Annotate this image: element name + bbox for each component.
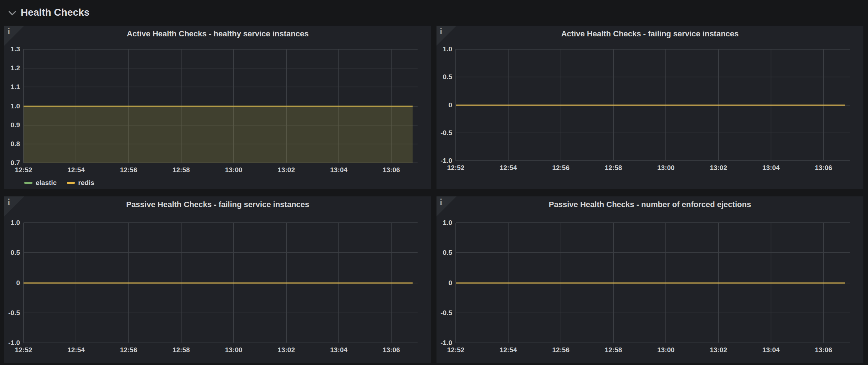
gridline-horizontal bbox=[456, 77, 850, 77]
x-tick-label: 12:54 bbox=[67, 346, 85, 354]
series-line bbox=[24, 106, 413, 107]
plot-area[interactable] bbox=[456, 223, 850, 343]
y-tick-label: 1.2 bbox=[11, 64, 20, 72]
x-tick-label: 13:04 bbox=[762, 164, 780, 172]
chart-region: 1.00.50-0.5-1.0 bbox=[436, 213, 863, 343]
x-tick-label: 12:56 bbox=[120, 166, 137, 174]
x-tick-label: 12:56 bbox=[120, 346, 137, 354]
y-tick-label: -1.0 bbox=[440, 157, 452, 165]
x-tick-label: 13:04 bbox=[762, 346, 780, 354]
y-axis: 1.00.50-0.5-1.0 bbox=[436, 49, 456, 161]
gridline-horizontal bbox=[456, 222, 850, 223]
panel-passive-ejections: i Passive Health Checks - number of enfo… bbox=[436, 196, 863, 363]
plot-area[interactable] bbox=[24, 49, 418, 163]
gridline-horizontal bbox=[456, 49, 850, 50]
legend-swatch bbox=[24, 182, 32, 184]
x-tick-label: 13:06 bbox=[383, 346, 400, 354]
legend: elasticredis bbox=[4, 176, 431, 189]
x-tick-label: 12:54 bbox=[500, 164, 517, 172]
panel-title[interactable]: Passive Health Checks - failing service … bbox=[4, 196, 431, 213]
y-tick-label: 1.0 bbox=[11, 102, 20, 110]
y-tick-label: -0.5 bbox=[440, 129, 452, 137]
gridline-horizontal bbox=[24, 252, 418, 253]
panel-active-healthy: i Active Health Checks - healthy service… bbox=[4, 26, 431, 189]
gridline-horizontal bbox=[24, 222, 418, 223]
x-tick-label: 12:54 bbox=[500, 346, 517, 354]
y-tick-label: 0 bbox=[448, 101, 452, 109]
x-tick-label: 12:56 bbox=[552, 164, 570, 172]
y-tick-label: 0 bbox=[16, 279, 20, 287]
x-tick-label: 13:06 bbox=[815, 164, 832, 172]
gridline-horizontal bbox=[24, 87, 418, 87]
row-title[interactable]: Health Checks bbox=[21, 7, 90, 18]
x-axis: 12:5212:5412:5612:5813:0013:0213:0413:06 bbox=[24, 163, 418, 176]
gridline-horizontal bbox=[456, 313, 850, 313]
legend-item[interactable]: elastic bbox=[24, 179, 57, 187]
panel-title[interactable]: Passive Health Checks - number of enforc… bbox=[436, 196, 863, 213]
series-line bbox=[24, 282, 413, 283]
plot-area[interactable] bbox=[456, 49, 850, 161]
x-tick-label: 12:58 bbox=[173, 166, 190, 174]
y-tick-label: -1.0 bbox=[440, 339, 452, 347]
x-axis: 12:5212:5412:5612:5813:0013:0213:0413:06 bbox=[456, 161, 850, 174]
y-tick-label: 1.1 bbox=[11, 83, 20, 91]
x-tick-label: 13:02 bbox=[710, 164, 727, 172]
plot-area[interactable] bbox=[24, 223, 418, 343]
y-tick-label: -0.5 bbox=[8, 309, 20, 317]
x-tick-label: 12:56 bbox=[552, 346, 570, 354]
gridline-horizontal bbox=[24, 313, 418, 313]
x-tick-label: 13:00 bbox=[657, 164, 675, 172]
y-tick-label: 1.3 bbox=[11, 45, 20, 53]
series-fill bbox=[24, 106, 413, 163]
y-tick-label: 0 bbox=[448, 279, 452, 287]
x-tick-label: 12:52 bbox=[15, 346, 32, 354]
series-line bbox=[456, 282, 845, 283]
x-tick-label: 13:04 bbox=[330, 346, 348, 354]
y-tick-label: 1.0 bbox=[11, 219, 20, 227]
info-icon-glyph: i bbox=[7, 26, 10, 37]
gridline-horizontal bbox=[456, 133, 850, 133]
y-axis: 1.31.21.11.00.90.80.7 bbox=[4, 49, 24, 163]
y-axis: 1.00.50-0.5-1.0 bbox=[4, 223, 24, 343]
y-tick-label: 0.5 bbox=[443, 249, 452, 257]
gridline-horizontal bbox=[456, 252, 850, 253]
y-tick-label: 0.7 bbox=[11, 159, 20, 167]
y-tick-label: 0.5 bbox=[11, 249, 20, 257]
panel-title[interactable]: Active Health Checks - failing service i… bbox=[436, 26, 863, 42]
legend-swatch bbox=[67, 182, 75, 184]
series-line bbox=[456, 104, 845, 106]
x-tick-label: 13:00 bbox=[225, 166, 242, 174]
legend-label: elastic bbox=[36, 179, 57, 187]
info-icon-glyph: i bbox=[440, 26, 442, 37]
y-tick-label: -1.0 bbox=[8, 339, 20, 347]
x-tick-label: 12:54 bbox=[67, 166, 85, 174]
info-icon-glyph: i bbox=[440, 197, 442, 207]
x-tick-label: 13:02 bbox=[277, 346, 295, 354]
dashboard-row-header: Health Checks bbox=[0, 0, 868, 25]
x-tick-label: 13:04 bbox=[330, 166, 348, 174]
x-tick-label: 13:02 bbox=[710, 346, 727, 354]
x-tick-label: 12:52 bbox=[447, 346, 465, 354]
x-tick-label: 12:52 bbox=[15, 166, 32, 174]
x-tick-label: 13:00 bbox=[657, 346, 675, 354]
y-tick-label: -0.5 bbox=[440, 309, 452, 317]
panel-title[interactable]: Active Health Checks - healthy service i… bbox=[4, 26, 431, 42]
x-tick-label: 12:58 bbox=[173, 346, 190, 354]
x-tick-label: 12:52 bbox=[447, 164, 465, 172]
info-icon-glyph: i bbox=[7, 197, 10, 207]
gridline-horizontal bbox=[24, 68, 418, 68]
y-tick-label: 0.8 bbox=[11, 140, 20, 148]
y-tick-label: 1.0 bbox=[443, 219, 452, 227]
panel-passive-failing: i Passive Health Checks - failing servic… bbox=[4, 196, 431, 363]
legend-item[interactable]: redis bbox=[67, 179, 94, 187]
y-tick-label: 0.5 bbox=[443, 73, 452, 81]
gridline-horizontal bbox=[24, 49, 418, 50]
x-tick-label: 12:58 bbox=[605, 164, 622, 172]
x-tick-label: 12:58 bbox=[605, 346, 622, 354]
x-tick-label: 13:06 bbox=[383, 166, 400, 174]
x-tick-label: 13:00 bbox=[225, 346, 242, 354]
x-axis: 12:5212:5412:5612:5813:0013:0213:0413:06 bbox=[456, 343, 850, 356]
chart-region: 1.00.50-0.5-1.0 bbox=[436, 42, 863, 161]
chevron-down-icon[interactable] bbox=[9, 8, 16, 15]
chart-region: 1.00.50-0.5-1.0 bbox=[4, 213, 431, 343]
